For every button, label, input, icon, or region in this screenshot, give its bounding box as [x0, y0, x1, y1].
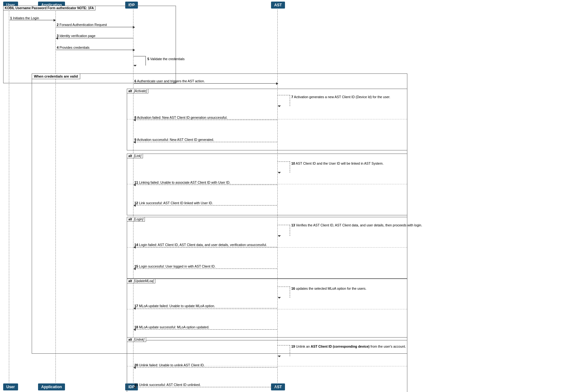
- msg17-text: 17 MLoA update failed: Unable to update …: [134, 304, 215, 308]
- msg7-text: 7 Activation generates a new AST Client …: [291, 95, 390, 99]
- alt-updatemloa-sep1: [127, 309, 407, 309]
- msg3-text: 3 Identity verification page: [57, 34, 95, 38]
- msg18-arrow: [134, 329, 277, 330]
- msg9-arrow: [134, 142, 277, 142]
- msg1-arrow: [10, 20, 54, 20]
- msg18-text: 18 MLoA update successful: MLoA option u…: [134, 325, 209, 329]
- msg16-text: 16 updates the selected MLoA option for …: [291, 287, 366, 290]
- msg20-text: 20 Unlink failed: Unable to unlink AST C…: [134, 363, 205, 367]
- user-lifeline-header-bottom: User: [3, 383, 18, 390]
- msg14-arrow: [134, 247, 277, 247]
- msg10-text: 10 AST Client ID and the User ID will be…: [291, 161, 384, 165]
- msg13-self-arrow: [277, 225, 290, 236]
- msg13-text: 13 Verifies the AST Client ID, AST Clien…: [291, 223, 422, 227]
- msg2-arrow: [56, 27, 133, 27]
- msg6-arrow: [134, 83, 276, 84]
- msg7-self-arrow: [277, 95, 290, 106]
- msg3-arrow: [56, 38, 133, 38]
- msg17-arrow: [134, 308, 277, 308]
- msg12-text: 12 Link successful: AST Client ID linked…: [134, 201, 213, 205]
- msg19-self-arrow: [277, 345, 290, 356]
- msg2-text: 2 Forward Authentication Request: [57, 23, 107, 27]
- msg4-arrow: [56, 50, 133, 50]
- msg8-arrow: [134, 120, 277, 120]
- alt-link-label: alt [Link]: [127, 154, 143, 158]
- alt-updatemloa-label: alt [UpdateMLoa]: [127, 279, 155, 283]
- msg5-arrowhead: [133, 65, 137, 66]
- ast-lifeline-header-top: AST: [271, 2, 285, 9]
- valid-frame-label: When credentials are valid: [32, 73, 80, 79]
- msg1-text: 1 Initiates the Login: [10, 16, 39, 20]
- msg20-arrow: [134, 367, 277, 368]
- msg12-arrow: [134, 205, 277, 205]
- diagram-container: User Application IDP AST User Applicatio…: [0, 0, 569, 392]
- msg15-text: 15 Login successful: User logged in with…: [134, 264, 216, 268]
- msg21-text: 21 Unlink successful: AST Client ID unli…: [134, 383, 201, 387]
- msg5-self-arrow: [133, 56, 146, 66]
- msg7-arrowhead: [278, 105, 281, 107]
- alt-unlink-label: alt [Unlink]: [127, 337, 146, 342]
- msg21-arrow: [134, 387, 277, 387]
- alt-login-sep1: [127, 247, 407, 248]
- msg16-arrowhead: [278, 297, 281, 299]
- msg15-arrow: [134, 269, 277, 269]
- msg14-text: 14 Login failed: AST Client ID, AST Clie…: [134, 243, 267, 247]
- msg16-self-arrow: [277, 287, 290, 298]
- msg10-self-arrow: [277, 161, 290, 173]
- msg4-text: 4 Provides credentials: [57, 46, 89, 49]
- msg8-text: 8 Activation failed: New AST Client ID g…: [134, 116, 227, 119]
- msg19-arrowhead: [278, 356, 281, 357]
- msg11-arrow: [134, 185, 277, 185]
- main-frame-label: KOBIL Username Password Form authenticat…: [3, 6, 95, 10]
- application-lifeline-header-bottom: Application: [38, 383, 65, 390]
- msg19-text: 19 Unlink an AST Client ID (correspondin…: [291, 345, 406, 348]
- msg5-text: 5 Validate the credentials: [147, 57, 184, 61]
- msg11-text: 11 Linking failed: Unable to associate A…: [134, 180, 230, 184]
- msg9-text: 9 Activation successful: New AST Client …: [134, 138, 214, 142]
- msg10-arrowhead: [278, 172, 281, 174]
- alt-activate-label: alt [Activate]: [127, 89, 148, 93]
- msg6-text: 6 Authenticate user and triggers the AST…: [134, 79, 205, 83]
- alt-login-label: alt [Login]: [127, 217, 145, 222]
- msg13-arrowhead: [278, 235, 281, 237]
